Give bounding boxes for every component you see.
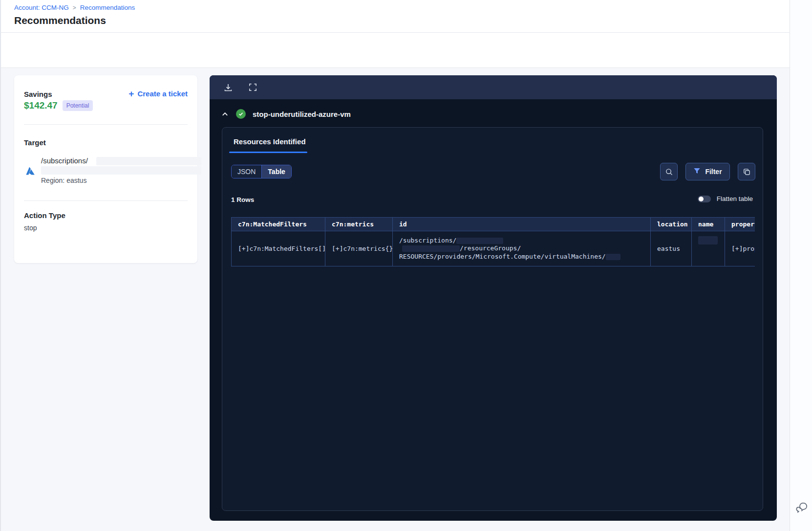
panel-toolbar [210, 75, 777, 99]
savings-amount: $142.47 [24, 100, 58, 111]
create-ticket-button[interactable]: + Create a ticket [128, 89, 188, 98]
savings-amount-row: $142.47 Potential [24, 100, 93, 111]
support-chat-icon[interactable] [794, 500, 810, 515]
right-edge-strip [790, 0, 812, 531]
page-title: Recommendations [14, 15, 106, 26]
resources-container: Resources Identified JSON Table [222, 127, 763, 511]
table-row: [+]c7n:MatchedFilters[] [+]c7n:metrics{}… [232, 231, 755, 266]
cell-id: /subscriptions/ /resourceGroups/ RESOURC… [393, 231, 651, 266]
column-header-properties[interactable]: properties [725, 218, 755, 231]
table-view-button[interactable]: Table [262, 165, 291, 178]
flatten-table-toggle[interactable] [698, 196, 711, 202]
flatten-table-control: Flatten table [698, 195, 753, 202]
potential-badge: Potential [63, 100, 93, 111]
breadcrumb-separator-icon: > [73, 4, 76, 11]
redacted-subscription-id [41, 166, 201, 175]
rows-count: 1 Rows [231, 196, 254, 203]
fullscreen-button[interactable] [247, 82, 258, 93]
download-button[interactable] [222, 82, 234, 93]
rule-header: stop-underutilized-azure-vm Last evaluat… [1, 33, 790, 68]
success-check-icon [236, 109, 246, 119]
breadcrumb-recommendations-link[interactable]: Recommendations [80, 4, 135, 11]
recommendations-page: Account: CCM-NG > Recommendations Recomm… [0, 0, 812, 531]
main-content: Savings + Create a ticket $142.47 Potent… [1, 68, 790, 531]
target-path: /subscriptions/ [41, 156, 88, 165]
cell-matched-filters[interactable]: [+]c7n:MatchedFilters[] [232, 231, 325, 266]
breadcrumb: Account: CCM-NG > Recommendations [14, 4, 135, 11]
savings-card: Savings + Create a ticket $142.47 Potent… [14, 75, 197, 263]
column-header-metrics[interactable]: c7n:metrics [325, 218, 393, 231]
flatten-table-label: Flatten table [717, 195, 753, 202]
action-type-value: stop [24, 224, 37, 232]
table-header-row: c7n:MatchedFilters c7n:metrics id locati… [232, 218, 755, 231]
rule-output-panel: stop-underutilized-azure-vm Resources Id… [210, 75, 777, 521]
cell-location: eastus [651, 231, 692, 266]
cell-properties[interactable]: [+]properties{} [725, 231, 755, 266]
redacted-subscription-id [96, 157, 201, 165]
resources-table-wrapper[interactable]: c7n:MatchedFilters c7n:metrics id locati… [231, 217, 755, 266]
view-mode-toggle: JSON Table [231, 165, 292, 178]
action-type-label: Action Type [24, 211, 65, 220]
breadcrumb-account-link[interactable]: Account: CCM-NG [14, 4, 69, 11]
column-header-name[interactable]: name [692, 218, 725, 231]
plus-icon: + [128, 89, 134, 98]
divider [24, 124, 188, 125]
panel-title-row: stop-underutilized-azure-vm [210, 106, 777, 122]
azure-icon [24, 165, 36, 177]
copy-button[interactable] [738, 163, 755, 180]
cell-metrics[interactable]: [+]c7n:metrics{} [325, 231, 393, 266]
filter-icon [693, 167, 701, 176]
tab-resources-identified[interactable]: Resources Identified [229, 137, 310, 146]
search-button[interactable] [660, 163, 678, 180]
savings-label: Savings [24, 90, 52, 98]
redacted-value [698, 236, 718, 244]
filter-button[interactable]: Filter [685, 163, 730, 180]
cell-name [692, 231, 725, 266]
redacted-value [456, 238, 503, 244]
resources-table: c7n:MatchedFilters c7n:metrics id locati… [231, 217, 755, 266]
column-header-location[interactable]: location [651, 218, 692, 231]
redacted-value [402, 245, 460, 252]
column-header-id[interactable]: id [393, 218, 651, 231]
json-view-button[interactable]: JSON [232, 165, 262, 178]
panel-rule-title: stop-underutilized-azure-vm [253, 110, 351, 118]
column-header-matched-filters[interactable]: c7n:MatchedFilters [232, 218, 325, 231]
divider [24, 200, 188, 201]
redacted-value [606, 254, 620, 260]
target-region: Region: eastus [41, 177, 86, 184]
filter-label: Filter [705, 168, 722, 176]
target-label: Target [24, 138, 46, 147]
create-ticket-label: Create a ticket [137, 89, 188, 98]
chevron-up-icon[interactable] [219, 109, 230, 119]
active-tab-underline [229, 152, 307, 153]
top-header: Account: CCM-NG > Recommendations Recomm… [1, 0, 790, 33]
